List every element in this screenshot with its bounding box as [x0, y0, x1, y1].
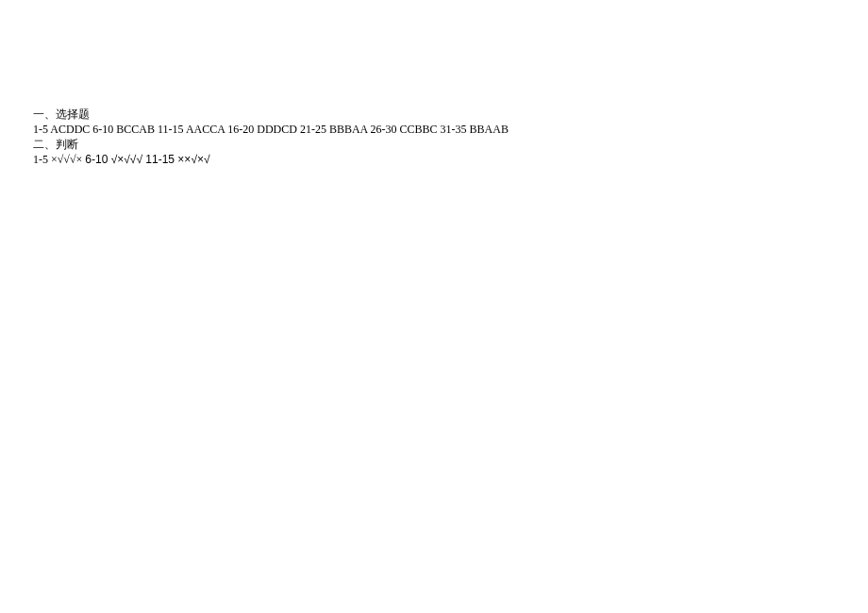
choice-answers: 1-5 ACDDC 6-10 BCCAB 11-15 AACCA 16-20 D… [33, 122, 868, 137]
judgement-group-6-15: 6-10 √×√√√ 11-15 ××√×√ [85, 153, 209, 166]
section-heading-judgement: 二、判断 [33, 137, 868, 152]
judgement-answers: 1-5 ×√√√× 6-10 √×√√√ 11-15 ××√×√ [33, 152, 868, 167]
document-page: 一、选择题 1-5 ACDDC 6-10 BCCAB 11-15 AACCA 1… [0, 0, 868, 167]
judgement-group-1-5: 1-5 ×√√√× [33, 153, 85, 166]
section-heading-choice: 一、选择题 [33, 107, 868, 122]
